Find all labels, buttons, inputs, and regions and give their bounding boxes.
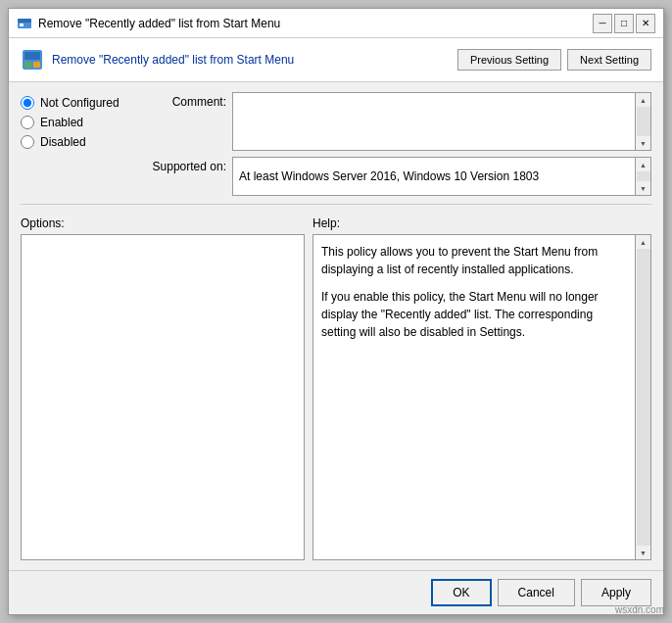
supported-scrollbar[interactable]: ▲ ▼ bbox=[636, 157, 651, 196]
title-bar-text: Remove "Recently added" list from Start … bbox=[38, 17, 593, 30]
title-bar-controls: ─ □ ✕ bbox=[593, 14, 655, 33]
maximize-button[interactable]: □ bbox=[614, 14, 634, 33]
comment-scroll-down[interactable]: ▼ bbox=[637, 136, 650, 150]
supported-scroll-track bbox=[637, 171, 650, 181]
radio-section: Not Configured Enabled Disabled bbox=[21, 92, 148, 196]
title-bar: Remove "Recently added" list from Start … bbox=[9, 9, 663, 38]
radio-disabled-input[interactable] bbox=[21, 135, 34, 149]
options-label: Options: bbox=[21, 216, 305, 230]
separator bbox=[21, 204, 651, 205]
radio-not-configured[interactable]: Not Configured bbox=[21, 96, 148, 110]
svg-rect-6 bbox=[33, 62, 40, 68]
radio-enabled-input[interactable] bbox=[21, 116, 34, 129]
comment-row: Comment: ▲ ▼ bbox=[148, 92, 651, 151]
help-label: Help: bbox=[312, 216, 651, 230]
help-paragraph-2: If you enable this policy, the Start Men… bbox=[321, 288, 627, 341]
comment-label: Comment: bbox=[148, 92, 226, 109]
policy-icon bbox=[21, 48, 44, 72]
comment-scroll-track bbox=[637, 107, 650, 136]
supported-scroll-down[interactable]: ▼ bbox=[637, 181, 650, 195]
supported-value: At least Windows Server 2016, Windows 10… bbox=[232, 157, 636, 196]
previous-setting-button[interactable]: Previous Setting bbox=[457, 49, 561, 71]
bottom-section: Options: Help: This policy allows you to… bbox=[21, 216, 651, 560]
ok-button[interactable]: OK bbox=[431, 579, 491, 606]
radio-not-configured-input[interactable] bbox=[21, 96, 34, 110]
options-box bbox=[21, 234, 305, 560]
svg-rect-1 bbox=[18, 19, 31, 23]
help-box-container: This policy allows you to prevent the St… bbox=[312, 234, 651, 560]
footer: OK Cancel Apply bbox=[9, 570, 663, 614]
apply-button[interactable]: Apply bbox=[581, 579, 651, 606]
minimize-button[interactable]: ─ bbox=[593, 14, 612, 33]
radio-disabled[interactable]: Disabled bbox=[21, 135, 148, 149]
supported-container: At least Windows Server 2016, Windows 10… bbox=[232, 157, 651, 196]
header-title: Remove "Recently added" list from Start … bbox=[52, 53, 294, 67]
supported-row: Supported on: At least Windows Server 20… bbox=[148, 157, 651, 196]
cancel-button[interactable]: Cancel bbox=[498, 579, 575, 606]
supported-scroll-up[interactable]: ▲ bbox=[637, 158, 650, 171]
svg-rect-2 bbox=[20, 24, 24, 26]
window-icon bbox=[17, 16, 32, 31]
help-scroll-track bbox=[637, 249, 650, 546]
supported-label: Supported on: bbox=[148, 157, 226, 173]
help-paragraph-1: This policy allows you to prevent the St… bbox=[321, 243, 627, 278]
header-buttons: Previous Setting Next Setting bbox=[457, 49, 651, 71]
options-panel: Options: bbox=[21, 216, 305, 560]
radio-not-configured-label: Not Configured bbox=[40, 96, 120, 110]
radio-enabled-label: Enabled bbox=[40, 116, 83, 129]
radio-enabled[interactable]: Enabled bbox=[21, 116, 148, 129]
right-section: Comment: ▲ ▼ Supported on: At least bbox=[148, 92, 651, 196]
help-content: This policy allows you to prevent the St… bbox=[312, 234, 636, 560]
next-setting-button[interactable]: Next Setting bbox=[567, 49, 651, 71]
radio-disabled-label: Disabled bbox=[40, 135, 86, 149]
comment-scroll-up[interactable]: ▲ bbox=[637, 93, 650, 107]
close-button[interactable]: ✕ bbox=[636, 14, 655, 33]
help-scroll-down[interactable]: ▼ bbox=[637, 546, 650, 559]
watermark: wsxdn.com bbox=[615, 604, 664, 615]
help-panel: Help: This policy allows you to prevent … bbox=[312, 216, 651, 560]
comment-container: ▲ ▼ bbox=[232, 92, 651, 151]
svg-rect-4 bbox=[24, 52, 40, 60]
comment-scrollbar[interactable]: ▲ ▼ bbox=[636, 92, 651, 151]
content-area: Not Configured Enabled Disabled Comment: bbox=[9, 82, 663, 570]
svg-rect-5 bbox=[24, 62, 31, 68]
header-section: Remove "Recently added" list from Start … bbox=[9, 38, 663, 82]
help-scroll-up[interactable]: ▲ bbox=[637, 235, 650, 249]
help-scrollbar[interactable]: ▲ ▼ bbox=[636, 234, 651, 560]
main-window: Remove "Recently added" list from Start … bbox=[8, 8, 664, 615]
comment-input[interactable] bbox=[232, 92, 636, 151]
top-section: Not Configured Enabled Disabled Comment: bbox=[21, 92, 651, 196]
header-left: Remove "Recently added" list from Start … bbox=[21, 48, 294, 72]
